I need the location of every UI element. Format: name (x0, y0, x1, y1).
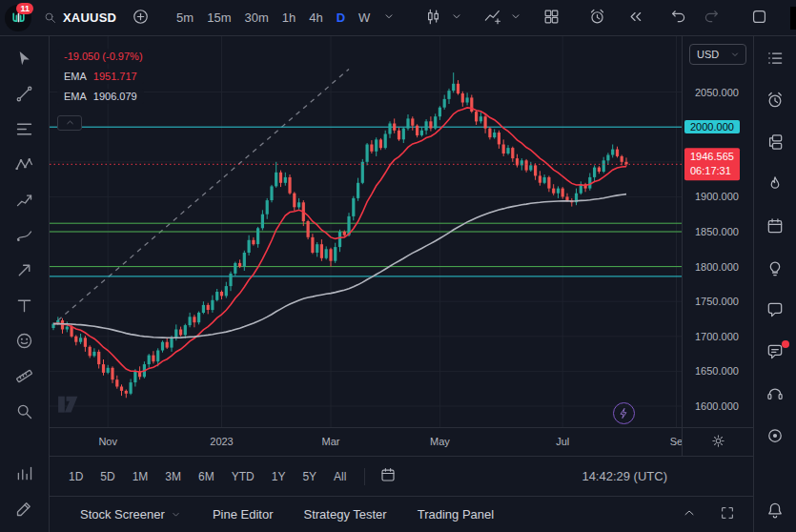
indicator-legend: EMA1951.717EMA1906.079 (57, 69, 144, 104)
indicator-legend-row[interactable]: EMA1906.079 (57, 89, 144, 104)
ideas-button[interactable] (762, 257, 788, 280)
xabcd-pattern-tool[interactable] (7, 151, 43, 180)
last-price-value: 1946.565 (690, 150, 734, 164)
indicator-legend-row[interactable]: EMA1951.717 (57, 69, 144, 84)
price-axis[interactable]: USD 2050.0002000.0001900.0001850.0001800… (682, 36, 753, 427)
support-icon (765, 384, 785, 406)
support-button[interactable] (762, 383, 788, 406)
price-tick: 1900.000 (695, 191, 739, 202)
arrow-marker-tool[interactable] (7, 256, 43, 286)
quick-trade-bolt-button[interactable] (613, 402, 635, 424)
range-button-5y[interactable]: 5Y (295, 466, 324, 487)
price-tick: 1850.000 (695, 226, 739, 237)
xabcd-pattern-icon (14, 154, 34, 177)
indicator-value: 1906.079 (93, 91, 137, 102)
alerts-button[interactable] (762, 90, 788, 113)
go-to-date-button[interactable] (376, 463, 400, 490)
bar-replay-button[interactable] (623, 5, 647, 31)
panel-fullscreen-button[interactable] (715, 501, 740, 528)
rewind-icon (626, 8, 644, 29)
top-toolbar: 11 XAUUSD 5m15m30m1h4hDW (0, 0, 796, 36)
alert-button[interactable] (584, 5, 609, 31)
time-axis-label: Mar (322, 436, 340, 447)
utc-clock[interactable]: 14:42:29 (UTC) (582, 469, 667, 483)
timeframe-button-d[interactable]: D (330, 7, 352, 29)
tab-strategy-tester[interactable]: Strategy Tester (290, 502, 399, 526)
edit-pencil-tool[interactable] (7, 495, 43, 524)
fib-retracement-tool[interactable] (7, 115, 43, 145)
range-toolbar: 1D5D1M3M6MYTD1Y5YAll 14:42:29 (UTC) (50, 456, 753, 496)
chevron-down-icon (729, 49, 741, 60)
alert-clock-icon (588, 8, 606, 29)
timeframe-button-4h[interactable]: 4h (302, 7, 329, 29)
measure-ruler-tool[interactable] (7, 362, 43, 392)
time-axis-label: Nov (98, 436, 117, 447)
cursor-tool[interactable] (7, 45, 43, 74)
chart-style-menu-button[interactable] (449, 5, 464, 31)
range-button-6m[interactable]: 6M (191, 466, 222, 487)
forecast-tool[interactable] (7, 186, 43, 215)
indicators-menu-button[interactable] (508, 5, 523, 31)
text-tool[interactable] (7, 292, 43, 321)
symbol-search[interactable]: XAUUSD (35, 7, 124, 29)
notifications-button[interactable] (762, 500, 788, 522)
chevron-down-icon (382, 10, 396, 26)
indicators-button[interactable] (480, 5, 504, 31)
layout-grid-button[interactable] (539, 5, 563, 31)
tab-stock-screener[interactable]: Stock Screener (67, 502, 195, 526)
tab-label: Pine Editor (213, 507, 274, 522)
timeframe-button-1h[interactable]: 1h (276, 7, 302, 29)
fib-retracement-icon (14, 119, 34, 142)
tab-pine-editor[interactable]: Pine Editor (199, 502, 287, 526)
calendar-button[interactable] (762, 215, 788, 238)
trend-line-icon (14, 84, 34, 107)
brush-tool[interactable] (7, 221, 43, 251)
symbol-name: XAUUSD (63, 10, 116, 25)
plus-circle-icon (132, 8, 150, 29)
expand-arrow-button[interactable] (790, 7, 796, 30)
range-button-3m[interactable]: 3M (157, 466, 189, 487)
zoom-icon (14, 401, 34, 424)
timeframe-button-15m[interactable]: 15m (200, 7, 237, 29)
time-axis[interactable]: Nov2023MarMayJulSe (50, 428, 682, 456)
tab-trading-panel[interactable]: Trading Panel (404, 502, 507, 526)
range-button-ytd[interactable]: YTD (224, 466, 262, 487)
timeframe-button-w[interactable]: W (352, 7, 377, 29)
zoom-tool[interactable] (7, 398, 43, 427)
calendar-icon (765, 216, 785, 238)
range-button-1d[interactable]: 1D (61, 466, 91, 487)
timeframe-button-5m[interactable]: 5m (170, 7, 200, 29)
time-axis-label: Jul (556, 436, 569, 447)
undo-button[interactable] (666, 5, 691, 31)
axis-settings-button[interactable] (682, 428, 753, 456)
redo-button[interactable] (699, 5, 724, 31)
range-button-1y[interactable]: 1Y (264, 466, 294, 487)
broker-logo[interactable]: 11 (5, 4, 31, 32)
range-button-5d[interactable]: 5D (92, 466, 122, 487)
emoji-tool[interactable] (7, 327, 43, 357)
panel-collapse-button[interactable] (677, 501, 702, 528)
center-column: -19.050 (-0.97%) EMA1951.717EMA1906.079 (50, 36, 753, 532)
public-chat-button[interactable] (762, 299, 788, 322)
bar-pattern-tool[interactable] (7, 460, 43, 489)
object-tree-button[interactable] (762, 132, 788, 154)
currency-select[interactable]: USD (689, 44, 746, 65)
hotlists-button[interactable] (762, 174, 788, 196)
timeframe-menu-button[interactable] (380, 5, 398, 31)
trend-line-tool[interactable] (7, 80, 43, 110)
unread-badge (782, 340, 789, 348)
bar-countdown: 06:17:31 (690, 164, 734, 178)
streams-button[interactable] (762, 425, 788, 448)
timeframe-button-30m[interactable]: 30m (237, 7, 275, 29)
watchlist-button[interactable] (762, 48, 788, 71)
chart-style-button[interactable] (420, 5, 445, 31)
range-button-all[interactable]: All (326, 466, 354, 487)
watchlist-icon (765, 49, 785, 71)
alerts-icon (765, 91, 785, 113)
range-button-1m[interactable]: 1M (125, 466, 156, 487)
save-layout-button[interactable] (746, 5, 771, 31)
private-chat-button[interactable] (762, 341, 788, 364)
compare-add-button[interactable] (128, 5, 153, 31)
redo-icon (703, 8, 720, 28)
legend-collapse-button[interactable] (57, 115, 82, 131)
